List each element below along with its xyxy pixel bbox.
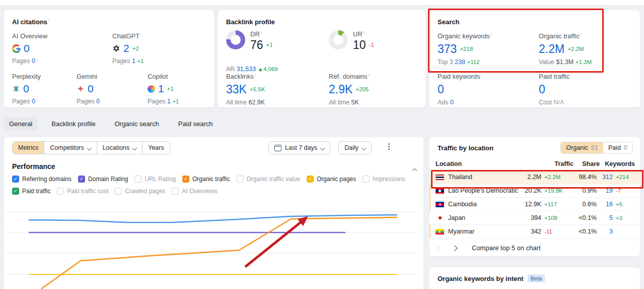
gemini-value[interactable]: 0 [88, 83, 94, 94]
toggle-paid[interactable]: Paid0 [603, 142, 632, 153]
location-row-japan[interactable]: Japan 394 +108 <0.1% 5 +3 [430, 211, 640, 225]
backlink-profile-title: Backlink profile [226, 18, 275, 26]
pages-value[interactable]: 0 [32, 57, 35, 65]
annotation-arrow [245, 218, 306, 267]
pages-label: Pages [12, 98, 30, 105]
traffic-delta: +19.8K [541, 188, 570, 194]
toggle-paid-label: Paid [608, 144, 621, 151]
pages-value[interactable]: 0 [32, 98, 35, 105]
chart-series-lines [29, 215, 397, 288]
card-backlink-profile: Backlink profile DRi 76+1 AR 31,533 ▲4,0… [218, 10, 425, 107]
checkbox-crawled-pages[interactable]: ✓Crawled pages [115, 188, 165, 195]
checkbox-box: ✓ [115, 188, 122, 195]
organic-keywords-value[interactable]: 373 [438, 43, 457, 55]
refdomains-value[interactable]: 2.9K [329, 83, 352, 95]
metric-gemini: Gemini 0 Pages 0 [77, 73, 100, 105]
traffic-value: 2.2M [518, 174, 541, 181]
metric-perplexity: Perplexity 0 Pages 0 [12, 73, 41, 105]
granularity-button[interactable]: Daily [338, 141, 372, 154]
checkbox-organic-traffic-value[interactable]: ✓Organic traffic value [237, 176, 301, 183]
info-icon[interactable]: i [570, 73, 571, 77]
keywords-value[interactable]: 5 [597, 214, 613, 221]
keywords-value[interactable]: 19 [597, 187, 613, 194]
top3-value[interactable]: 238 [455, 59, 465, 66]
keywords-value[interactable]: 16 [597, 201, 613, 208]
performance-chart[interactable] [6, 202, 419, 289]
keywords-value[interactable]: 312 [597, 174, 613, 181]
share-value: 0.6% [570, 201, 597, 208]
pages-delta: +1 [137, 58, 144, 64]
card-ai-citations: AI citationsi AI Overview 0 Pages 0 Chat… [4, 10, 214, 107]
date-range-button[interactable]: Last 7 days [268, 141, 330, 154]
collapse-section-button[interactable] [409, 164, 416, 174]
tab-backlink-profile[interactable]: Backlink profile [46, 118, 100, 130]
pages-value[interactable]: 1 [167, 98, 171, 105]
share-value: <0.1% [570, 228, 597, 235]
paid-traffic-value[interactable]: 0 [539, 83, 545, 95]
cost-label: Cost [539, 99, 552, 106]
checkbox-organic-pages[interactable]: ✓Organic pages [307, 176, 356, 183]
info-icon[interactable]: i [369, 73, 370, 77]
checkbox-label: Domain Rating [88, 176, 128, 183]
info-icon[interactable]: i [255, 73, 256, 77]
location-name: Lao People's Democratic Reput [448, 187, 518, 194]
info-icon[interactable]: i [48, 18, 49, 23]
pages-value[interactable]: 1 [132, 57, 135, 65]
location-row-laos[interactable]: Lao People's Democratic Reput 20.2K +19.… [430, 184, 640, 198]
chatgpt-value[interactable]: 2 [123, 43, 129, 54]
dashboard: AI citationsi AI Overview 0 Pages 0 Chat… [0, 0, 644, 289]
years-button[interactable]: Years [142, 142, 170, 154]
backlinks-label: Backlinks [226, 73, 254, 80]
panel-traffic-by-location: Traffic by location Organic51 Paid0 Loca… [430, 137, 640, 256]
organic-traffic-value[interactable]: 2.2M [539, 43, 564, 55]
info-icon[interactable]: i [261, 30, 262, 35]
ads-value[interactable]: 0 [450, 99, 454, 106]
checkbox-domain-rating[interactable]: ✓Domain Rating [78, 176, 128, 183]
location-pagination: Compare top 5 on chart [438, 244, 541, 252]
tab-general[interactable]: General [4, 118, 37, 130]
competitors-button[interactable]: Competitors [44, 142, 96, 154]
paid-keywords-value[interactable]: 0 [438, 83, 444, 95]
ai-overview-value[interactable]: 0 [24, 43, 30, 54]
dr-label: DR [250, 30, 260, 38]
info-icon[interactable]: i [481, 73, 482, 77]
checkbox-referring-domains[interactable]: ✓Referring domains [12, 176, 71, 183]
tab-paid-search[interactable]: Paid search [173, 118, 218, 130]
checkbox-paid-traffic-cost[interactable]: ✓Paid traffic cost [57, 188, 108, 195]
more-options-button[interactable] [385, 142, 393, 152]
pages-value[interactable]: 0 [96, 98, 100, 105]
info-icon[interactable]: i [364, 30, 365, 35]
tab-organic-search[interactable]: Organic search [110, 118, 164, 130]
info-icon[interactable]: i [581, 32, 582, 37]
location-table-header: Location Traffic Share Keywords [430, 157, 640, 170]
backlinks-value[interactable]: 33K [226, 83, 247, 95]
ads-label: Ads [438, 99, 449, 106]
toggle-organic[interactable]: Organic51 [561, 142, 603, 153]
copilot-delta: +1 [167, 86, 174, 92]
locations-button[interactable]: Locations [97, 142, 142, 154]
checkbox-paid-traffic[interactable]: ✓Paid traffic [12, 188, 50, 195]
location-row-thailand[interactable]: Thailand 2.2M +2.2M 98.4% 312 +214 [430, 170, 640, 184]
organic-keywords-delta: +218 [460, 46, 473, 52]
perplexity-value[interactable]: 0 [23, 83, 29, 94]
checkbox-url-rating[interactable]: ✓URL Rating [134, 176, 176, 183]
next-page-icon[interactable] [452, 245, 457, 251]
location-row-myanmar[interactable]: Myanmar 342 -11 <0.1% 3 [430, 225, 640, 239]
metric-paid-traffic: Paid traffici 0 Cost N/A [539, 73, 571, 106]
toggle-organic-count: 51 [591, 144, 598, 151]
metrics-button[interactable]: Metrics [13, 142, 44, 154]
prev-page-icon[interactable] [437, 245, 442, 251]
checkbox-organic-traffic[interactable]: ✓Organic traffic [182, 176, 230, 183]
col-traffic: Traffic [554, 160, 574, 167]
compare-top5-button[interactable]: Compare top 5 on chart [472, 244, 541, 252]
top-bar-remnant [0, 0, 644, 5]
copilot-value[interactable]: 1 [158, 83, 164, 94]
keywords-value[interactable]: 3 [597, 228, 613, 235]
checkbox-impressions[interactable]: ✓Impressions [363, 176, 405, 183]
col-keywords: Keywords [605, 160, 635, 167]
chevron-up-icon [412, 168, 417, 174]
info-icon[interactable]: i [491, 32, 492, 37]
location-row-cambodia[interactable]: Cambodia 12.9K +117 0.6% 16 +5 [430, 198, 640, 211]
ar-value[interactable]: 31,533 [237, 66, 256, 73]
checkbox-ai-overviews[interactable]: ✓AI Overviews [172, 188, 218, 195]
